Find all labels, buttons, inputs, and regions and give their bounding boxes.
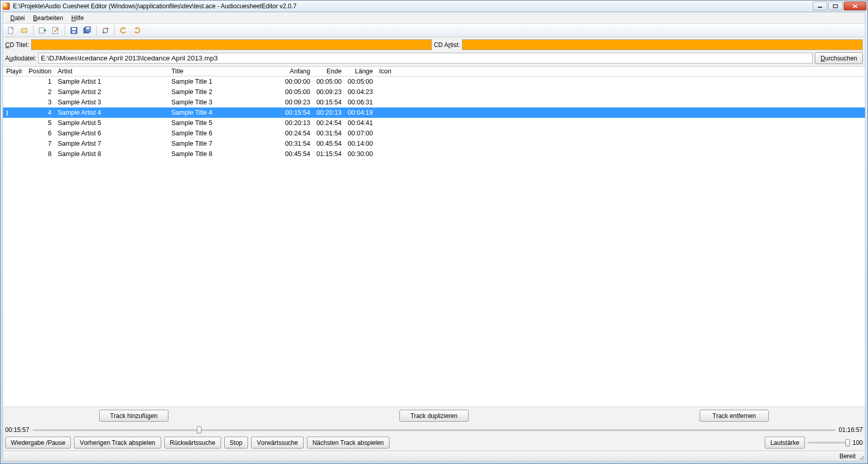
save-icon[interactable]: [68, 25, 80, 36]
cell-artist: Sample Artist 6: [55, 128, 168, 138]
col-position[interactable]: Position: [25, 67, 54, 76]
col-anfang[interactable]: Anfang: [282, 67, 314, 76]
volume-button[interactable]: Lautstärke: [765, 437, 805, 448]
cell-anfang: 00:00:00: [282, 76, 314, 87]
cell-artist: Sample Artist 1: [55, 76, 168, 87]
cell-artist: Sample Artist 7: [55, 138, 168, 149]
cell-icon: [376, 138, 865, 149]
cell-icon: [376, 97, 865, 107]
col-ende[interactable]: Ende: [313, 67, 345, 76]
prev-track-button[interactable]: Vorherigen Track abspielen: [74, 437, 161, 448]
menu-label: atei: [15, 14, 25, 22]
seek-thumb[interactable]: [197, 426, 202, 434]
cd-title-input[interactable]: [31, 39, 432, 50]
table-row[interactable]: 2Sample Artist 2Sample Title 200:05:0000…: [3, 87, 865, 97]
new-file-icon[interactable]: [5, 25, 17, 36]
audiofile-input[interactable]: [38, 53, 813, 64]
table-row[interactable]: 7Sample Artist 7Sample Title 700:31:5400…: [3, 138, 865, 149]
cd-title-label: CD Titel:: [5, 41, 29, 49]
next-track-button[interactable]: Nächsten Track abspielen: [307, 437, 390, 448]
track-grid[interactable]: Playir Position Artist Title Anfang Ende…: [3, 66, 865, 407]
total-time: 01:16:57: [839, 426, 863, 434]
menu-datei[interactable]: Datei: [6, 13, 29, 23]
svg-rect-11: [72, 31, 75, 33]
table-row[interactable]: ||4Sample Artist 4Sample Title 400:15:54…: [3, 107, 865, 118]
redo-icon[interactable]: [131, 25, 143, 36]
seek-slider[interactable]: [33, 425, 836, 435]
add-track-icon[interactable]: [37, 25, 48, 36]
transport-row: Wiedergabe / Pause Vorherigen Track absp…: [3, 435, 865, 451]
col-playing[interactable]: Playir: [3, 67, 25, 76]
cell-ende: 00:24:54: [313, 118, 345, 128]
col-title[interactable]: Title: [168, 67, 282, 76]
seek-row: 00:15:57 01:16:57: [3, 424, 865, 435]
cell-icon: [376, 87, 865, 97]
cell-icon: [376, 128, 865, 138]
cell-laenge: 00:04:41: [345, 118, 376, 128]
duplicate-track-button[interactable]: Track duplizieren: [399, 410, 469, 422]
col-icon[interactable]: Icon: [376, 67, 865, 76]
cell-title: Sample Title 4: [168, 107, 282, 118]
toolbar: [3, 24, 865, 37]
cell-playing: [3, 76, 25, 87]
add-track-button[interactable]: Track hinzufügen: [99, 410, 168, 422]
play-pause-button[interactable]: Wiedergabe / Pause: [5, 437, 71, 448]
remove-track-button[interactable]: Track entfernen: [700, 410, 769, 422]
cell-anfang: 00:24:54: [282, 128, 314, 138]
cell-title: Sample Title 8: [168, 149, 282, 159]
table-row[interactable]: 1Sample Artist 1Sample Title 100:00:0000…: [3, 76, 865, 87]
browse-button[interactable]: Durchsuchen: [815, 52, 863, 64]
toolbar-separator: [96, 25, 97, 36]
table-row[interactable]: 6Sample Artist 6Sample Title 600:24:5400…: [3, 128, 865, 138]
stop-button[interactable]: Stop: [224, 437, 249, 448]
cell-anfang: 00:31:54: [282, 138, 314, 149]
volume-value: 100: [853, 439, 863, 446]
undo-icon[interactable]: [118, 25, 129, 36]
menu-hilfe[interactable]: Hilfe: [67, 13, 88, 23]
cell-ende: 00:09:23: [313, 87, 345, 97]
seek-back-button[interactable]: Rückwärtssuche: [164, 437, 221, 448]
toolbar-separator: [33, 25, 34, 36]
statusbar: Bereit: [3, 451, 865, 461]
cell-artist: Sample Artist 3: [55, 97, 168, 107]
open-file-icon[interactable]: [19, 25, 30, 36]
col-artist[interactable]: Artist: [55, 67, 168, 76]
table-row[interactable]: 3Sample Artist 3Sample Title 300:09:2300…: [3, 97, 865, 107]
minimize-button[interactable]: [813, 2, 827, 10]
cell-position: 2: [25, 87, 54, 97]
maximize-button[interactable]: [828, 2, 843, 10]
cell-playing: [3, 149, 25, 159]
cell-position: 7: [25, 138, 54, 149]
svg-point-17: [103, 32, 104, 33]
svg-rect-1: [833, 5, 838, 8]
menu-bearbeiten[interactable]: Bearbeiten: [29, 13, 67, 23]
seek-fwd-button[interactable]: Vorwärtssuche: [251, 437, 303, 448]
save-all-icon[interactable]: [82, 25, 93, 36]
cell-anfang: 00:20:13: [282, 118, 314, 128]
col-laenge[interactable]: Länge: [345, 67, 376, 76]
table-row[interactable]: 5Sample Artist 5Sample Title 500:20:1300…: [3, 118, 865, 128]
cell-title: Sample Title 5: [168, 118, 282, 128]
cell-laenge: 00:14:00: [345, 138, 376, 149]
cell-anfang: 00:15:54: [282, 107, 314, 118]
current-time: 00:15:57: [5, 426, 29, 434]
cell-icon: [376, 149, 865, 159]
volume-slider[interactable]: [808, 438, 849, 447]
menu-label: earbeiten: [37, 14, 63, 22]
volume-thumb[interactable]: [845, 439, 850, 446]
cell-position: 4: [25, 107, 54, 118]
settings-icon[interactable]: [100, 25, 111, 36]
cell-artist: Sample Artist 2: [55, 87, 168, 97]
edit-icon[interactable]: [50, 25, 61, 36]
cd-artist-input[interactable]: [462, 39, 863, 50]
close-button[interactable]: [844, 2, 866, 10]
cell-laenge: 00:04:19: [345, 107, 376, 118]
svg-point-16: [107, 27, 109, 29]
table-row[interactable]: 8Sample Artist 8Sample Title 800:45:5401…: [3, 149, 865, 159]
cell-position: 8: [25, 149, 54, 159]
app-icon: [3, 3, 10, 10]
titlebar[interactable]: E:\Projekte\Audio Cuesheet Editor (Windo…: [1, 1, 867, 12]
cell-playing: [3, 87, 25, 97]
cell-ende: 00:15:54: [313, 97, 345, 107]
cell-position: 5: [25, 118, 54, 128]
